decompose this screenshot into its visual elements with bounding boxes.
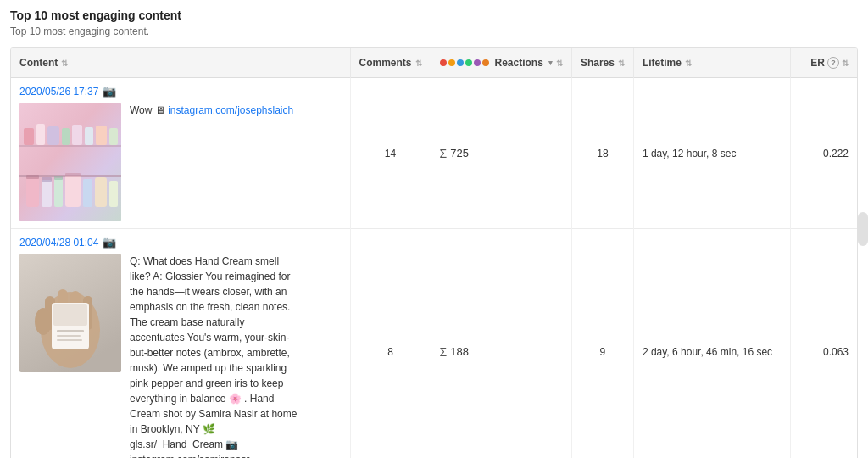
svg-rect-2 [19, 145, 121, 147]
svg-rect-32 [57, 339, 82, 341]
svg-rect-20 [54, 176, 63, 180]
svg-rect-10 [109, 128, 118, 145]
er-value-1: 0.222 [823, 148, 849, 159]
content-caption-2: Q: What does Hand Cream smell like? A: G… [130, 254, 299, 458]
shares-cell-2: 9 [571, 229, 633, 459]
content-image-2 [19, 254, 121, 372]
col-header-content[interactable]: Content ⇅ [11, 48, 350, 78]
svg-rect-16 [95, 177, 107, 207]
svg-rect-12 [42, 180, 52, 207]
col-label-er: ER [810, 57, 825, 69]
page-subtitle: Top 10 most engaging content. [10, 25, 858, 37]
sort-icon-comments[interactable]: ⇅ [415, 59, 422, 68]
content-date-2[interactable]: 2020/04/28 01:04 📷 [19, 236, 342, 249]
col-header-comments[interactable]: Comments ⇅ [350, 48, 431, 78]
content-cell-1: 2020/05/26 17:37 📷 [11, 78, 350, 229]
shares-value-1: 18 [597, 148, 608, 159]
lifetime-cell-2: 2 day, 6 hour, 46 min, 16 sec [633, 229, 790, 459]
col-label-lifetime: Lifetime [643, 57, 682, 69]
sort-icon-content[interactable]: ⇅ [61, 59, 68, 68]
svg-rect-13 [54, 178, 63, 207]
svg-rect-17 [109, 181, 118, 207]
comments-value-2: 8 [387, 346, 393, 358]
svg-rect-14 [65, 176, 81, 207]
content-date-1[interactable]: 2020/05/26 17:37 📷 [19, 85, 342, 98]
svg-rect-9 [96, 126, 107, 145]
reactions-cell-1: Σ 725 [431, 78, 571, 229]
er-help-icon[interactable]: ? [827, 57, 839, 69]
svg-rect-6 [62, 128, 70, 145]
svg-rect-11 [26, 177, 39, 207]
reactions-sigma-2: Σ 188 [440, 345, 563, 359]
lifetime-cell-1: 1 day, 12 hour, 8 sec [633, 78, 790, 229]
reactions-value-1: 725 [450, 147, 469, 159]
content-cell-2: 2020/04/28 01:04 📷 [11, 229, 350, 459]
sort-icon-shares[interactable]: ⇅ [618, 59, 625, 68]
lifetime-value-2: 2 day, 6 hour, 46 min, 16 sec [643, 346, 772, 358]
camera-icon-1: 📷 [103, 85, 116, 98]
reactions-dots-icon [440, 59, 489, 66]
svg-rect-4 [36, 124, 45, 145]
svg-rect-30 [57, 330, 84, 332]
comments-cell-2: 8 [350, 229, 431, 459]
reactions-value-2: 188 [450, 345, 469, 358]
er-cell-2: 0.063 [791, 229, 857, 459]
scrollbar[interactable] [858, 212, 868, 246]
caption-text-2: Q: What does Hand Cream smell like? A: G… [130, 255, 297, 458]
svg-rect-8 [85, 127, 93, 145]
sort-icon-lifetime[interactable]: ⇅ [685, 59, 692, 68]
camera-icon-2: 📷 [103, 236, 116, 249]
date-text-2: 2020/04/28 01:04 [19, 237, 98, 249]
shares-cell-1: 18 [571, 78, 633, 229]
sort-icon-reactions[interactable]: ⇅ [556, 59, 563, 68]
col-label-comments: Comments [359, 57, 412, 69]
date-text-1: 2020/05/26 17:37 [19, 86, 98, 98]
sigma-icon-1: Σ [440, 147, 448, 160]
reactions-cell-2: Σ 188 [431, 229, 571, 459]
svg-rect-18 [26, 175, 39, 179]
table-row: 2020/04/28 01:04 📷 [11, 229, 857, 459]
svg-rect-19 [42, 177, 52, 182]
svg-rect-3 [24, 128, 34, 145]
svg-rect-5 [47, 126, 59, 145]
col-header-reactions[interactable]: Reactions ▾ ⇅ [431, 48, 571, 78]
content-caption-1: Wow 🖥 instagram.com/josephslaich [130, 103, 293, 118]
comments-value-1: 14 [385, 148, 396, 159]
svg-rect-15 [83, 179, 92, 207]
svg-rect-31 [57, 335, 81, 337]
er-value-2: 0.063 [823, 346, 849, 358]
sort-icon-er[interactable]: ⇅ [842, 59, 849, 68]
col-label-content: Content [19, 57, 58, 69]
sigma-icon-2: Σ [440, 345, 448, 359]
lifetime-value-1: 1 day, 12 hour, 8 sec [643, 148, 737, 159]
svg-point-33 [35, 308, 52, 335]
content-link-1[interactable]: instagram.com/josephslaich [168, 104, 293, 116]
table-row: 2020/05/26 17:37 📷 [11, 78, 857, 229]
svg-rect-29 [53, 304, 87, 326]
col-header-lifetime[interactable]: Lifetime ⇅ [633, 48, 790, 78]
reactions-dropdown-icon[interactable]: ▾ [548, 59, 553, 67]
col-label-reactions: Reactions [495, 57, 543, 69]
shares-value-2: 9 [600, 346, 606, 358]
page-title: Top 10 most engaging content [10, 8, 858, 22]
content-image-1 [19, 103, 121, 221]
svg-rect-21 [65, 173, 81, 177]
col-label-shares: Shares [581, 57, 615, 69]
col-header-er[interactable]: ER ? ⇅ [791, 48, 857, 78]
svg-rect-7 [72, 125, 82, 145]
er-cell-1: 0.222 [791, 78, 857, 229]
content-table: Content ⇅ Comments ⇅ [10, 47, 858, 458]
reactions-sigma-1: Σ 725 [440, 147, 563, 160]
col-header-shares[interactable]: Shares ⇅ [571, 48, 633, 78]
comments-cell-1: 14 [350, 78, 431, 229]
